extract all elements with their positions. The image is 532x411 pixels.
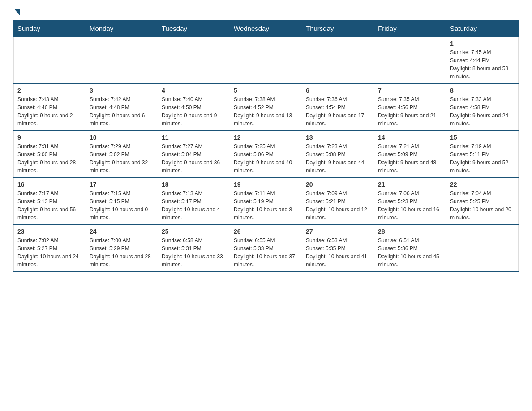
- calendar-cell: 3Sunrise: 7:42 AMSunset: 4:48 PMDaylight…: [86, 84, 158, 131]
- day-info: Sunrise: 7:31 AMSunset: 5:00 PMDaylight:…: [17, 142, 82, 175]
- day-info: Sunrise: 7:35 AMSunset: 4:56 PMDaylight:…: [378, 95, 442, 128]
- calendar-week-row: 16Sunrise: 7:17 AMSunset: 5:13 PMDayligh…: [14, 178, 519, 225]
- calendar-cell: 19Sunrise: 7:11 AMSunset: 5:19 PMDayligh…: [230, 178, 302, 225]
- calendar-cell: 27Sunrise: 6:53 AMSunset: 5:35 PMDayligh…: [302, 225, 374, 272]
- day-info: Sunrise: 7:45 AMSunset: 4:44 PMDaylight:…: [450, 48, 515, 81]
- calendar-cell: 11Sunrise: 7:27 AMSunset: 5:04 PMDayligh…: [158, 131, 230, 178]
- calendar-cell: 5Sunrise: 7:38 AMSunset: 4:52 PMDaylight…: [230, 84, 302, 131]
- day-number: 19: [234, 181, 298, 188]
- calendar-cell: [158, 37, 230, 84]
- day-info: Sunrise: 7:40 AMSunset: 4:50 PMDaylight:…: [162, 95, 226, 128]
- day-number: 25: [162, 228, 226, 235]
- day-info: Sunrise: 7:13 AMSunset: 5:17 PMDaylight:…: [162, 189, 226, 222]
- logo: [13, 9, 21, 15]
- day-info: Sunrise: 7:38 AMSunset: 4:52 PMDaylight:…: [234, 95, 298, 128]
- calendar-cell: 17Sunrise: 7:15 AMSunset: 5:15 PMDayligh…: [86, 178, 158, 225]
- day-number: 20: [306, 181, 370, 188]
- day-number: 11: [162, 134, 226, 141]
- day-info: Sunrise: 6:53 AMSunset: 5:35 PMDaylight:…: [306, 236, 370, 269]
- column-header-saturday: Saturday: [446, 20, 519, 37]
- calendar-week-row: 23Sunrise: 7:02 AMSunset: 5:27 PMDayligh…: [14, 225, 519, 272]
- calendar-cell: 24Sunrise: 7:00 AMSunset: 5:29 PMDayligh…: [86, 225, 158, 272]
- day-number: 24: [90, 228, 154, 235]
- day-info: Sunrise: 7:23 AMSunset: 5:08 PMDaylight:…: [306, 142, 370, 175]
- day-info: Sunrise: 7:25 AMSunset: 5:06 PMDaylight:…: [234, 142, 298, 175]
- day-info: Sunrise: 6:51 AMSunset: 5:36 PMDaylight:…: [378, 236, 442, 269]
- calendar-cell: 23Sunrise: 7:02 AMSunset: 5:27 PMDayligh…: [14, 225, 86, 272]
- calendar-table: SundayMondayTuesdayWednesdayThursdayFrid…: [13, 20, 519, 272]
- calendar-cell: 8Sunrise: 7:33 AMSunset: 4:58 PMDaylight…: [446, 84, 519, 131]
- calendar-cell: 21Sunrise: 7:06 AMSunset: 5:23 PMDayligh…: [374, 178, 446, 225]
- day-info: Sunrise: 7:11 AMSunset: 5:19 PMDaylight:…: [234, 189, 298, 222]
- logo-arrow-icon: [14, 9, 20, 15]
- day-info: Sunrise: 6:55 AMSunset: 5:33 PMDaylight:…: [234, 236, 298, 269]
- day-info: Sunrise: 7:43 AMSunset: 4:46 PMDaylight:…: [17, 95, 82, 128]
- day-number: 15: [450, 134, 515, 141]
- day-number: 21: [378, 181, 442, 188]
- calendar-cell: 14Sunrise: 7:21 AMSunset: 5:09 PMDayligh…: [374, 131, 446, 178]
- day-number: 14: [378, 134, 442, 141]
- calendar-cell: 25Sunrise: 6:58 AMSunset: 5:31 PMDayligh…: [158, 225, 230, 272]
- calendar-cell: 6Sunrise: 7:36 AMSunset: 4:54 PMDaylight…: [302, 84, 374, 131]
- day-number: 10: [90, 134, 154, 141]
- column-header-sunday: Sunday: [14, 20, 86, 37]
- day-info: Sunrise: 7:02 AMSunset: 5:27 PMDaylight:…: [17, 236, 82, 269]
- day-number: 18: [162, 181, 226, 188]
- calendar-cell: [14, 37, 86, 84]
- day-number: 3: [90, 87, 154, 94]
- day-number: 27: [306, 228, 370, 235]
- day-number: 17: [90, 181, 154, 188]
- calendar-cell: 18Sunrise: 7:13 AMSunset: 5:17 PMDayligh…: [158, 178, 230, 225]
- day-number: 26: [234, 228, 298, 235]
- column-header-thursday: Thursday: [302, 20, 374, 37]
- calendar-cell: 7Sunrise: 7:35 AMSunset: 4:56 PMDaylight…: [374, 84, 446, 131]
- day-number: 5: [234, 87, 298, 94]
- day-info: Sunrise: 7:19 AMSunset: 5:11 PMDaylight:…: [450, 142, 515, 175]
- calendar-cell: 1Sunrise: 7:45 AMSunset: 4:44 PMDaylight…: [446, 37, 519, 84]
- calendar-cell: [230, 37, 302, 84]
- day-info: Sunrise: 7:17 AMSunset: 5:13 PMDaylight:…: [17, 189, 82, 222]
- day-info: Sunrise: 7:09 AMSunset: 5:21 PMDaylight:…: [306, 189, 370, 222]
- day-number: 9: [17, 134, 82, 141]
- calendar-cell: [86, 37, 158, 84]
- day-number: 16: [17, 181, 82, 188]
- day-number: 8: [450, 87, 515, 94]
- day-number: 1: [450, 40, 515, 47]
- calendar-cell: 20Sunrise: 7:09 AMSunset: 5:21 PMDayligh…: [302, 178, 374, 225]
- day-info: Sunrise: 7:21 AMSunset: 5:09 PMDaylight:…: [378, 142, 442, 175]
- calendar-week-row: 1Sunrise: 7:45 AMSunset: 4:44 PMDaylight…: [14, 37, 519, 84]
- column-header-tuesday: Tuesday: [158, 20, 230, 37]
- calendar-cell: 26Sunrise: 6:55 AMSunset: 5:33 PMDayligh…: [230, 225, 302, 272]
- calendar-cell: 28Sunrise: 6:51 AMSunset: 5:36 PMDayligh…: [374, 225, 446, 272]
- day-number: 28: [378, 228, 442, 235]
- calendar-cell: 9Sunrise: 7:31 AMSunset: 5:00 PMDaylight…: [14, 131, 86, 178]
- day-info: Sunrise: 7:29 AMSunset: 5:02 PMDaylight:…: [90, 142, 154, 175]
- day-number: 4: [162, 87, 226, 94]
- day-number: 6: [306, 87, 370, 94]
- calendar-cell: 22Sunrise: 7:04 AMSunset: 5:25 PMDayligh…: [446, 178, 519, 225]
- day-info: Sunrise: 7:04 AMSunset: 5:25 PMDaylight:…: [450, 189, 515, 222]
- day-info: Sunrise: 7:06 AMSunset: 5:23 PMDaylight:…: [378, 189, 442, 222]
- calendar-cell: [374, 37, 446, 84]
- day-number: 12: [234, 134, 298, 141]
- day-number: 23: [17, 228, 82, 235]
- calendar-cell: 16Sunrise: 7:17 AMSunset: 5:13 PMDayligh…: [14, 178, 86, 225]
- calendar-cell: 2Sunrise: 7:43 AMSunset: 4:46 PMDaylight…: [14, 84, 86, 131]
- calendar-cell: [446, 225, 519, 272]
- column-header-wednesday: Wednesday: [230, 20, 302, 37]
- calendar-cell: 15Sunrise: 7:19 AMSunset: 5:11 PMDayligh…: [446, 131, 519, 178]
- calendar-cell: 10Sunrise: 7:29 AMSunset: 5:02 PMDayligh…: [86, 131, 158, 178]
- logo-top: [13, 9, 21, 15]
- page-header: [13, 9, 519, 15]
- day-number: 13: [306, 134, 370, 141]
- day-info: Sunrise: 7:42 AMSunset: 4:48 PMDaylight:…: [90, 95, 154, 128]
- day-number: 22: [450, 181, 515, 188]
- day-number: 2: [17, 87, 82, 94]
- day-info: Sunrise: 7:36 AMSunset: 4:54 PMDaylight:…: [306, 95, 370, 128]
- calendar-cell: [302, 37, 374, 84]
- day-info: Sunrise: 7:00 AMSunset: 5:29 PMDaylight:…: [90, 236, 154, 269]
- calendar-cell: 12Sunrise: 7:25 AMSunset: 5:06 PMDayligh…: [230, 131, 302, 178]
- column-header-monday: Monday: [86, 20, 158, 37]
- day-info: Sunrise: 7:27 AMSunset: 5:04 PMDaylight:…: [162, 142, 226, 175]
- column-header-friday: Friday: [374, 20, 446, 37]
